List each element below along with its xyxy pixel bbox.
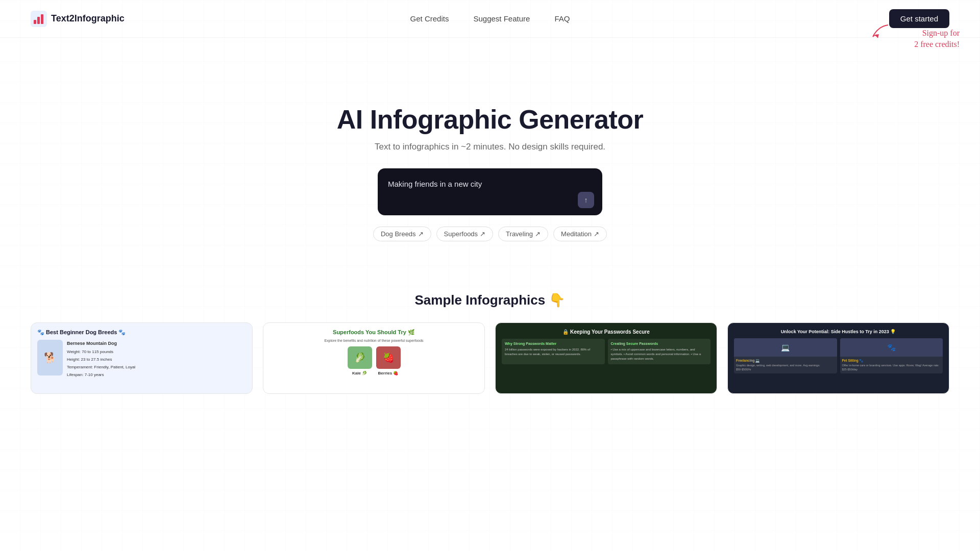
sf-items: 🥬 Kale 🥬 🍓 Berries 🍓 (270, 346, 478, 375)
dog-details: Bernese Mountain Dog Weight: 70 to 115 p… (67, 340, 135, 380)
chip-arrow-icon: ↗ (418, 230, 424, 238)
samples-section: Sample Infographics 👇 🐾 Best Beginner Do… (0, 272, 980, 404)
hero-section: AI Infographic Generator Text to infogra… (0, 38, 980, 272)
logo[interactable]: Text2Infographic (31, 11, 125, 27)
logo-icon (31, 11, 47, 27)
svg-marker-4 (875, 34, 879, 38)
annotation-line1: Sign-up for (922, 29, 960, 37)
petsitting-title: Pet Sitting 🐾 (842, 359, 941, 363)
samples-grid: 🐾 Best Beginner Dog Breeds 🐾 🐕 Bernese M… (31, 322, 949, 394)
chip-label: Superfoods (444, 230, 478, 238)
hs-title: Unlock Your Potential: Side Hustles to T… (734, 329, 943, 334)
hero-title: AI Infographic Generator (337, 104, 644, 135)
nav-link-suggest[interactable]: Suggest Feature (473, 14, 530, 23)
chip-arrow-icon: ↗ (535, 230, 541, 238)
pw-col1: Why Strong Passwords Matter 24 billion p… (502, 339, 605, 364)
sf-subtitle: Explore the benefits and nutrition of th… (270, 339, 478, 342)
pw-col1-text: 24 billion passwords were exposed by hac… (505, 347, 602, 357)
samples-title: Sample Infographics 👇 (31, 292, 949, 308)
annotation-line2: 2 free credits! (914, 40, 960, 48)
pw-cols: Why Strong Passwords Matter 24 billion p… (502, 339, 710, 364)
pw-col2-title: Creating Secure Passwords (611, 342, 708, 345)
nav-link-credits[interactable]: Get Credits (410, 14, 449, 23)
submit-arrow-icon: ↑ (584, 196, 588, 204)
berries-name: Berries 🍓 (376, 371, 401, 375)
get-started-button[interactable]: Get started (889, 9, 949, 28)
svg-rect-1 (34, 20, 36, 24)
topic-input[interactable]: Making friends in a new city (388, 179, 592, 205)
chip-label: Meditation (561, 230, 592, 238)
dog-detail-3: Lifespan: 7-10 years (67, 372, 135, 379)
dog-detail-2: Temperament: Friendly, Patient, Loyal (67, 364, 135, 371)
annotation-arrow-icon (868, 22, 893, 43)
logo-text: Text2Infographic (51, 13, 125, 24)
freelancing-image: 💻 (734, 338, 837, 357)
sample-card-superfoods[interactable]: Superfoods You Should Try 🌿 Explore the … (263, 322, 485, 394)
pw-title: 🔒 Keeping Your Passwords Secure (502, 329, 710, 335)
submit-button[interactable]: ↑ (578, 192, 594, 208)
sample-card-hustles[interactable]: Unlock Your Potential: Side Hustles to T… (727, 322, 949, 394)
berries-image: 🍓 (376, 346, 401, 369)
freelancing-title: Freelancing 💻 (736, 359, 835, 363)
kale-name: Kale 🥬 (348, 371, 372, 375)
example-chips: Dog Breeds ↗ Superfoods ↗ Traveling ↗ Me… (373, 227, 607, 241)
card-dog-title: 🐾 Best Beginner Dog Breeds 🐾 (37, 329, 246, 336)
navbar: Text2Infographic Get Credits Suggest Fea… (0, 0, 980, 38)
chip-meditation[interactable]: Meditation ↗ (553, 227, 607, 241)
dog-image: 🐕 (37, 340, 63, 375)
pw-col2: Creating Secure Passwords • Use a mix of… (608, 339, 711, 364)
sf-title: Superfoods You Should Try 🌿 (270, 329, 478, 336)
kale-image: 🥬 (348, 346, 372, 369)
hero-subtitle: Text to infographics in ~2 minutes. No d… (375, 142, 605, 152)
nav-link-faq[interactable]: FAQ (554, 14, 570, 23)
petsitting-desc: Offer in-home care or boarding services.… (842, 364, 941, 371)
dog-detail-0: Weight: 70 to 115 pounds (67, 349, 135, 356)
sample-card-dog-breeds[interactable]: 🐾 Best Beginner Dog Breeds 🐾 🐕 Bernese M… (31, 322, 253, 394)
chip-dog-breeds[interactable]: Dog Breeds ↗ (373, 227, 431, 241)
sf-item-kale: 🥬 Kale 🥬 (348, 346, 372, 375)
pw-col2-text: • Use a mix of uppercase and lowercase l… (611, 347, 708, 361)
input-container: Making friends in a new city ↑ (378, 168, 602, 215)
chip-superfoods[interactable]: Superfoods ↗ (436, 227, 494, 241)
nav-right: Get started Sign-up for 2 free credits! (889, 9, 949, 28)
svg-rect-3 (41, 14, 43, 24)
petsitting-image: 🐾 (840, 338, 943, 357)
chip-label: Dog Breeds (381, 230, 416, 238)
hs-item-freelancing: 💻 Freelancing 💻 Graphic design, writing,… (734, 338, 837, 373)
sample-card-passwords[interactable]: 🔒 Keeping Your Passwords Secure Why Stro… (495, 322, 717, 394)
sf-item-berries: 🍓 Berries 🍓 (376, 346, 401, 375)
signup-annotation: Sign-up for 2 free credits! (914, 28, 960, 51)
breed-name: Bernese Mountain Dog (67, 340, 135, 347)
chip-arrow-icon: ↗ (594, 230, 599, 238)
nav-links: Get Credits Suggest Feature FAQ (410, 14, 570, 23)
hs-item-petsitting: 🐾 Pet Sitting 🐾 Offer in-home care or bo… (840, 338, 943, 373)
dog-detail-1: Height: 23 to 27.5 inches (67, 357, 135, 363)
svg-rect-2 (37, 17, 40, 24)
chip-arrow-icon: ↗ (480, 230, 485, 238)
pw-col1-title: Why Strong Passwords Matter (505, 342, 602, 345)
freelancing-desc: Graphic design, writing, web development… (736, 364, 835, 371)
hs-items: 💻 Freelancing 💻 Graphic design, writing,… (734, 338, 943, 373)
chip-traveling[interactable]: Traveling ↗ (498, 227, 548, 241)
chip-label: Traveling (506, 230, 533, 238)
dog-content: 🐕 Bernese Mountain Dog Weight: 70 to 115… (37, 340, 246, 380)
